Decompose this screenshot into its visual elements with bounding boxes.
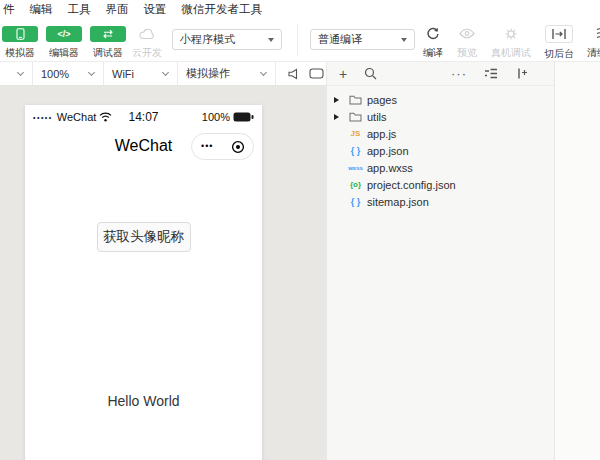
file-name: app.json xyxy=(367,145,409,157)
get-avatar-button[interactable]: 获取头像昵称 xyxy=(97,222,191,252)
simulator-label: 模拟器 xyxy=(2,46,38,60)
device-debug-button[interactable]: 真机调试 xyxy=(488,25,534,60)
add-file-icon[interactable]: + xyxy=(339,67,347,81)
menu-item[interactable]: 编辑 xyxy=(30,2,53,17)
switch-background-label: 切后台 xyxy=(538,47,580,61)
editor-area xyxy=(554,62,600,460)
simulator-area: ••••• WeChat 14:07 100% WeChat •• xyxy=(0,86,326,460)
home-circle-icon[interactable] xyxy=(223,140,254,154)
clear-cache-button[interactable]: 清缓存 xyxy=(580,25,600,60)
status-time: 14:07 xyxy=(128,110,158,124)
network-value: WiFi xyxy=(112,68,134,80)
mode-dropdown-value: 小程序模式 xyxy=(180,32,262,47)
file-explorer-panel: + ··· pagesutilsJSapp.js{ }app.jsonwxssa… xyxy=(326,62,554,460)
eye-icon xyxy=(450,25,484,42)
hello-world-text: Hello World xyxy=(25,393,262,409)
switch-background-button[interactable]: 切后台 xyxy=(538,25,580,61)
chevron-down-icon xyxy=(268,38,274,42)
phone-icon xyxy=(2,26,38,42)
simulator-toggle-button[interactable]: 模拟器 xyxy=(2,26,38,60)
device-debug-icon xyxy=(488,25,534,42)
toolbar-divider xyxy=(297,24,298,56)
preview-label: 预览 xyxy=(450,46,484,60)
phone-status-bar: ••••• WeChat 14:07 100% xyxy=(25,105,262,129)
config-file-icon: {o} xyxy=(344,180,367,189)
debugger-label: 调试器 xyxy=(90,46,126,60)
file-name: utils xyxy=(367,111,387,123)
battery-percent: 100% xyxy=(202,111,230,123)
tree-item-project.config.json[interactable]: {o}project.config.json xyxy=(327,176,554,193)
clear-cache-label: 清缓存 xyxy=(580,46,600,60)
tree-item-utils[interactable]: utils xyxy=(327,108,554,125)
chevron-down-icon xyxy=(88,69,95,76)
menu-item[interactable]: 工具 xyxy=(68,2,91,17)
screen-icon[interactable] xyxy=(309,68,324,79)
menu-item[interactable]: 界面 xyxy=(106,2,129,17)
compile-mode-dropdown[interactable]: 普通编译 xyxy=(310,29,415,50)
collapse-folders-icon[interactable] xyxy=(484,68,498,79)
file-name: sitemap.json xyxy=(367,196,429,208)
simulate-action-dropdown[interactable]: 模拟操作 xyxy=(178,62,276,85)
debugger-toggle-button[interactable]: 调试器 xyxy=(90,26,126,60)
cloud-icon xyxy=(130,26,164,42)
simbar-icon-group xyxy=(276,62,326,85)
network-dropdown[interactable]: WiFi xyxy=(104,62,178,85)
file-name: project.config.json xyxy=(367,179,456,191)
folder-icon xyxy=(344,111,367,122)
search-icon[interactable] xyxy=(364,67,377,80)
capsule-menu: ••• xyxy=(191,133,254,160)
explorer-toolbar: + ··· xyxy=(327,62,554,86)
tree-item-app.json[interactable]: { }app.json xyxy=(327,142,554,159)
battery-icon xyxy=(233,112,254,122)
phone-screen: ••••• WeChat 14:07 100% WeChat •• xyxy=(25,105,262,460)
code-icon: </> xyxy=(46,26,82,42)
menu-bar: 件编辑工具界面设置微信开发者工具 xyxy=(0,0,600,18)
refresh-icon xyxy=(416,25,450,42)
cloud-dev-button[interactable]: 云开发 xyxy=(130,26,164,60)
device-dropdown[interactable] xyxy=(0,62,33,85)
preview-button[interactable]: 预览 xyxy=(450,25,484,60)
wifi-icon xyxy=(99,112,112,122)
device-debug-label: 真机调试 xyxy=(488,46,534,60)
zoom-dropdown[interactable]: 100% xyxy=(33,62,104,85)
json-file-icon: { } xyxy=(344,197,367,207)
tree-arrow-icon[interactable] xyxy=(334,114,344,120)
editor-toggle-button[interactable]: </> 编辑器 xyxy=(46,26,82,60)
chevron-down-icon xyxy=(162,69,169,76)
chevron-down-icon xyxy=(260,69,267,76)
wxss-file-icon: wxss xyxy=(344,165,367,171)
file-tree: pagesutilsJSapp.js{ }app.jsonwxssapp.wxs… xyxy=(327,86,554,210)
compile-button[interactable]: 编译 xyxy=(416,25,450,60)
compile-label: 编译 xyxy=(416,46,450,60)
simulate-value: 模拟操作 xyxy=(186,66,230,81)
main-toolbar: 模拟器 </> 编辑器 调试器 云开发 小程序模式 普通编译 xyxy=(0,18,600,62)
clear-cache-icon xyxy=(580,25,600,42)
editor-label: 编辑器 xyxy=(46,46,82,60)
chevron-down-icon xyxy=(17,69,24,76)
menu-item[interactable]: 微信开发者工具 xyxy=(182,2,263,17)
tree-item-app.wxss[interactable]: wxssapp.wxss xyxy=(327,159,554,176)
background-switch-icon xyxy=(545,25,573,43)
file-name: app.js xyxy=(367,128,396,140)
tree-item-sitemap.json[interactable]: { }sitemap.json xyxy=(327,193,554,210)
compile-dropdown-value: 普通编译 xyxy=(318,32,395,47)
cloud-label: 云开发 xyxy=(130,46,164,60)
menu-item[interactable]: 件 xyxy=(3,2,15,17)
tree-arrow-icon[interactable] xyxy=(334,97,344,103)
tree-item-pages[interactable]: pages xyxy=(327,91,554,108)
js-file-icon: JS xyxy=(344,129,367,138)
more-dots-icon[interactable]: ••• xyxy=(192,133,223,160)
more-actions-icon[interactable]: ··· xyxy=(451,69,467,79)
menu-item[interactable]: 设置 xyxy=(144,2,167,17)
split-editor-icon[interactable] xyxy=(515,67,528,80)
chevron-down-icon xyxy=(401,38,407,42)
folder-icon xyxy=(344,94,367,105)
mode-dropdown[interactable]: 小程序模式 xyxy=(172,29,282,50)
simulator-control-bar: 100% WiFi 模拟操作 xyxy=(0,62,326,86)
tree-item-app.js[interactable]: JSapp.js xyxy=(327,125,554,142)
signal-dots-icon: ••••• xyxy=(33,114,53,121)
json-file-icon: { } xyxy=(344,146,367,156)
speaker-icon[interactable] xyxy=(286,68,299,80)
file-name: app.wxss xyxy=(367,162,413,174)
wechat-devtools-window: 件编辑工具界面设置微信开发者工具 模拟器 </> 编辑器 调试器 云开发 xyxy=(0,0,600,460)
